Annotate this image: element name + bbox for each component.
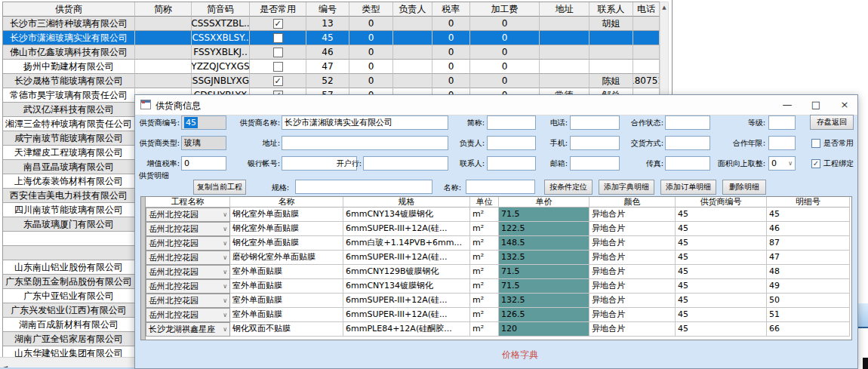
- grid-column-header-6[interactable]: 颜色: [589, 197, 676, 208]
- detail-cell[interactable]: 132.5: [499, 294, 589, 308]
- common-checkbox[interactable]: ✓: [273, 19, 283, 29]
- maximize-button[interactable]: □: [805, 95, 827, 114]
- project-combo[interactable]: 岳州北控花园∨: [146, 294, 230, 308]
- phone-input[interactable]: [570, 115, 620, 130]
- checkbox-box[interactable]: [811, 139, 820, 148]
- column-header-12[interactable]: 电话: [633, 2, 660, 17]
- dialog-titlebar[interactable]: 供货商信息 — □ ×: [135, 95, 857, 115]
- column-header-10[interactable]: 地址: [540, 2, 589, 17]
- detail-cell[interactable]: 钢化室外单面贴膜: [230, 222, 343, 236]
- partial-button[interactable]: [858, 303, 868, 328]
- detail-cell[interactable]: 45: [676, 236, 767, 251]
- detail-cell[interactable]: m²: [470, 279, 499, 294]
- detail-cell[interactable]: 45: [676, 294, 767, 308]
- address-input[interactable]: [282, 136, 448, 150]
- detail-cell[interactable]: 异地合片: [589, 308, 676, 322]
- detail-cell[interactable]: 异地合片: [589, 208, 676, 222]
- vat-rate-input[interactable]: [181, 156, 226, 171]
- detail-cell[interactable]: 异地合片: [589, 265, 676, 279]
- area-round-up-combo[interactable]: 0 ∨: [768, 156, 796, 171]
- detail-cell[interactable]: 6mmCNY134镀膜钢化: [343, 279, 470, 294]
- column-header-2[interactable]: 简称: [135, 2, 192, 17]
- project-combo[interactable]: 岳州北控花园∨: [146, 251, 230, 265]
- project-combo[interactable]: 岳州北控花园∨: [146, 308, 230, 322]
- chevron-down-icon[interactable]: ∨: [223, 294, 227, 308]
- detail-cell[interactable]: 148.5: [499, 236, 589, 251]
- chevron-down-icon[interactable]: ∨: [788, 160, 793, 167]
- supplier-row[interactable]: 长沙晟格节能玻璃有限公司CSSGJNBLYXGS✓52000陈姐180751: [3, 74, 660, 88]
- grid-column-header-5[interactable]: 单价: [499, 197, 589, 208]
- detail-cell[interactable]: 71.5: [499, 279, 589, 294]
- column-header-3[interactable]: 简音码: [192, 2, 250, 17]
- detail-cell[interactable]: 钢化双面不贴膜: [230, 322, 343, 337]
- add-order-detail-button[interactable]: 添加订单明细: [660, 180, 716, 195]
- detail-cell[interactable]: 122.5: [499, 222, 589, 236]
- column-header-6[interactable]: 类型: [349, 2, 393, 17]
- column-header-11[interactable]: 联系人: [589, 2, 633, 17]
- grid-column-header-1[interactable]: 工程名称: [146, 197, 230, 208]
- detail-cell[interactable]: 66: [767, 322, 850, 337]
- detail-cell[interactable]: 室外单面贴膜: [230, 279, 343, 294]
- column-header-8[interactable]: 税率: [432, 2, 470, 17]
- detail-cell[interactable]: 异地合片: [589, 294, 676, 308]
- project-combo[interactable]: 岳州北控花园∨: [146, 222, 230, 236]
- contact-input[interactable]: [487, 156, 536, 171]
- detail-cell[interactable]: 50: [767, 294, 850, 308]
- save-return-button[interactable]: 存盘返回: [810, 115, 854, 130]
- detail-cell[interactable]: m²: [470, 251, 499, 265]
- detail-cell[interactable]: 6mmCNY134镀膜钢化: [343, 208, 470, 222]
- chevron-down-icon[interactable]: ∨: [223, 208, 227, 222]
- detail-cell[interactable]: m²: [470, 208, 499, 222]
- detail-cell[interactable]: 45: [676, 222, 767, 236]
- detail-cell[interactable]: 室外单面贴膜: [230, 308, 343, 322]
- is-common-checkbox[interactable]: 是否常用: [811, 136, 854, 150]
- detail-cell[interactable]: 47: [767, 251, 850, 265]
- detail-cell[interactable]: 异地合片: [589, 322, 676, 337]
- grid-column-header-2[interactable]: 名称: [230, 197, 343, 208]
- detail-cell[interactable]: 45: [767, 208, 850, 222]
- delivery-method-input[interactable]: [665, 136, 710, 150]
- detail-cell[interactable]: 71.5: [499, 265, 589, 279]
- project-combo[interactable]: 岳州北控花园∨: [146, 236, 230, 251]
- project-combo[interactable]: 岳州北控花园∨: [146, 279, 230, 294]
- detail-cell[interactable]: 6mmSUPER-III+12A(硅...: [343, 251, 470, 265]
- chevron-down-icon[interactable]: ∨: [223, 309, 227, 322]
- detail-cell[interactable]: 51: [767, 308, 850, 322]
- minimize-button[interactable]: —: [776, 95, 799, 114]
- detail-cell[interactable]: 异地合片: [589, 236, 676, 251]
- detail-cell[interactable]: 45: [676, 279, 767, 294]
- supplier-row[interactable]: 佛山市亿鑫玻璃科技有限公司FSSYXBLKJ..46000: [3, 45, 660, 60]
- chevron-down-icon[interactable]: ∨: [223, 251, 227, 265]
- column-header-1[interactable]: 供货商: [3, 2, 135, 17]
- chevron-down-icon[interactable]: ∨: [223, 280, 227, 294]
- mobile-input[interactable]: [570, 136, 620, 150]
- detail-cell[interactable]: m²: [470, 294, 499, 308]
- detail-cell[interactable]: 6mmSUPER-III+12A(硅...: [343, 222, 470, 236]
- detail-cell[interactable]: 室外单面贴膜: [230, 294, 343, 308]
- detail-cell[interactable]: m²: [470, 265, 499, 279]
- detail-cell[interactable]: 45: [676, 208, 767, 222]
- common-checkbox[interactable]: [273, 33, 283, 43]
- detail-cell[interactable]: 异地合片: [589, 251, 676, 265]
- chevron-down-icon[interactable]: ∨: [223, 266, 227, 279]
- grid-column-header-4[interactable]: 单位: [470, 197, 499, 208]
- common-checkbox[interactable]: [273, 48, 283, 57]
- detail-cell[interactable]: 87: [767, 236, 850, 251]
- detail-cell[interactable]: 46: [767, 222, 850, 236]
- grid-column-header-3[interactable]: 规格: [343, 197, 470, 208]
- supplier-row[interactable]: 长沙市三湘特种玻璃有限公司CSSSXTZBL..✓13000胡姐: [3, 17, 660, 31]
- copy-current-project-button[interactable]: 复制当前工程: [193, 180, 246, 195]
- common-checkbox[interactable]: ✓: [273, 76, 283, 86]
- detail-cell[interactable]: m²: [470, 222, 499, 236]
- detail-cell[interactable]: 室外单面贴膜: [230, 265, 343, 279]
- detail-cell[interactable]: m²: [470, 322, 499, 337]
- detail-cell[interactable]: 6mmCNY129B镀膜钢化: [343, 265, 470, 279]
- supplier-name-input[interactable]: [282, 115, 448, 130]
- grade-input[interactable]: [768, 115, 796, 130]
- column-header-4[interactable]: 是否常用: [250, 2, 306, 17]
- spec-filter-input[interactable]: [295, 180, 432, 194]
- locate-by-condition-button[interactable]: 按条件定位: [544, 180, 593, 195]
- coop-years-input[interactable]: [768, 136, 796, 150]
- supplier-type-input[interactable]: [181, 136, 226, 150]
- detail-cell[interactable]: 6mm白玻+1.14PVB+6mm...: [343, 236, 470, 251]
